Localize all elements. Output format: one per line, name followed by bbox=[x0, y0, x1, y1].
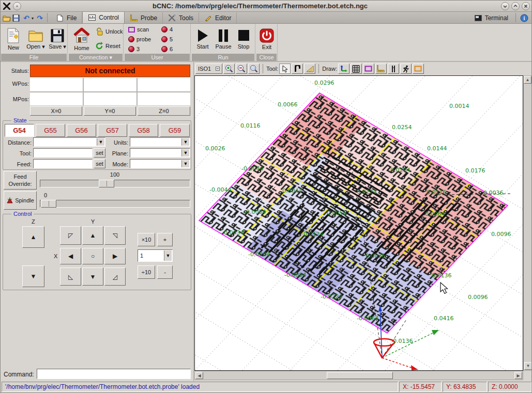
draw-grid-button[interactable] bbox=[351, 64, 362, 74]
stop-button[interactable]: Stop bbox=[235, 26, 252, 53]
user-3-button[interactable]: 3 bbox=[128, 46, 140, 52]
wcs-g58-button[interactable]: G58 bbox=[129, 124, 158, 137]
hscroll-left-arrow[interactable]: ◀ bbox=[195, 372, 203, 379]
minimize-button[interactable] bbox=[501, 2, 509, 10]
draw-axes-button[interactable] bbox=[338, 64, 349, 74]
tool-set-button[interactable]: set bbox=[94, 148, 105, 158]
gantry-tool-button[interactable] bbox=[292, 64, 303, 74]
exit-button[interactable]: Exit bbox=[257, 26, 276, 53]
canvas-hscrollbar[interactable]: ◀ ▶ bbox=[194, 371, 523, 380]
jog-center-button[interactable]: ○ bbox=[82, 248, 103, 264]
mode-combobox[interactable]: ▼ bbox=[130, 159, 190, 168]
maximize-button[interactable] bbox=[511, 2, 520, 10]
step-combobox[interactable]: 1 ▼ bbox=[138, 249, 173, 262]
jog-x-minus-button[interactable]: ◀ bbox=[60, 248, 81, 264]
feed-override-slider-thumb[interactable] bbox=[99, 180, 114, 187]
ruler-tool-button[interactable] bbox=[304, 64, 315, 74]
window-menu-button[interactable] bbox=[13, 2, 21, 10]
zero-z-button[interactable]: Z=0 bbox=[138, 106, 190, 116]
cnc-canvas[interactable]: 0.02960.00660.00140.01160.02540.00260.01… bbox=[194, 75, 523, 371]
hscroll-thumb[interactable] bbox=[327, 372, 393, 379]
plane-dropdown-icon[interactable]: ▼ bbox=[181, 149, 189, 156]
feed-input[interactable] bbox=[33, 159, 93, 168]
start-button[interactable]: Start bbox=[193, 26, 212, 53]
home-button[interactable]: Home bbox=[70, 26, 93, 53]
undo-dropdown-icon[interactable]: ▾ bbox=[31, 14, 35, 22]
tab-file[interactable]: File bbox=[51, 12, 82, 23]
step-dropdown-icon[interactable]: ▼ bbox=[164, 250, 172, 261]
user-probe-button[interactable]: probe bbox=[128, 36, 151, 42]
tab-control[interactable]: Control bbox=[82, 11, 125, 23]
draw-workarea-button[interactable] bbox=[388, 64, 399, 74]
reset-button[interactable]: Reset bbox=[95, 42, 120, 50]
new-button[interactable]: New bbox=[4, 26, 23, 53]
jog-xy-upright-button[interactable]: ◹ bbox=[104, 226, 126, 245]
hscroll-right-arrow[interactable]: ▶ bbox=[514, 372, 522, 379]
user-scan-button[interactable]: scan bbox=[128, 26, 149, 33]
wcs-g56-button[interactable]: G56 bbox=[67, 124, 96, 137]
distance-dropdown-icon[interactable]: ▼ bbox=[97, 138, 104, 146]
jog-y-up-button[interactable]: ▲ bbox=[82, 226, 103, 245]
unlock-button[interactable]: Unlock bbox=[95, 27, 123, 36]
draw-ruler-button[interactable] bbox=[375, 64, 387, 74]
vscroll-down-arrow[interactable]: ▼ bbox=[524, 362, 532, 370]
zero-y-button[interactable]: Y=0 bbox=[84, 106, 136, 116]
jog-x-plus-button[interactable]: ▶ bbox=[104, 248, 126, 264]
zoom-out-button[interactable] bbox=[236, 64, 247, 74]
user-4-button[interactable]: 4 bbox=[161, 26, 173, 33]
vscroll-up-arrow[interactable]: ▲ bbox=[524, 76, 531, 84]
wpos-z bbox=[138, 78, 190, 91]
jog-xy-downright-button[interactable]: ◿ bbox=[104, 268, 126, 286]
save-icon[interactable] bbox=[12, 14, 20, 22]
tool-input[interactable] bbox=[33, 148, 93, 158]
units-dropdown-icon[interactable]: ▼ bbox=[181, 138, 189, 146]
units-combobox[interactable]: ▼ bbox=[130, 137, 190, 147]
step-mul10-button[interactable]: ×10 bbox=[138, 233, 155, 246]
draw-rapid-button[interactable] bbox=[400, 64, 412, 74]
open-button[interactable]: Open ▾ bbox=[25, 26, 47, 53]
pointer-tool-button[interactable] bbox=[279, 64, 291, 74]
info-icon[interactable]: i bbox=[520, 14, 528, 22]
jog-xy-downleft-button[interactable]: ◺ bbox=[60, 268, 81, 286]
jog-y-down-button[interactable]: ▼ bbox=[82, 268, 103, 286]
distance-combobox[interactable]: ▼ bbox=[33, 137, 105, 147]
draw-camera-button[interactable] bbox=[413, 64, 424, 74]
wcs-g59-button[interactable]: G59 bbox=[160, 124, 190, 137]
zoom-fit-button[interactable] bbox=[248, 64, 260, 74]
spindle-button[interactable]: Spindle bbox=[4, 191, 37, 210]
wcs-g55-button[interactable]: G55 bbox=[36, 124, 65, 137]
zero-x-button[interactable]: X=0 bbox=[30, 106, 82, 116]
view-combobox[interactable]: ISO1 bbox=[195, 64, 222, 74]
zoom-in-button[interactable] bbox=[223, 64, 235, 74]
pause-button[interactable]: Pause bbox=[213, 26, 234, 53]
user-6-button[interactable]: 6 bbox=[161, 46, 173, 52]
command-input[interactable] bbox=[37, 369, 191, 379]
plane-combobox[interactable]: ▼ bbox=[130, 148, 190, 158]
open-icon[interactable] bbox=[3, 14, 11, 22]
jog-z-down-button[interactable]: ▼ bbox=[22, 265, 44, 287]
close-button[interactable] bbox=[522, 2, 530, 10]
wcs-g57-button[interactable]: G57 bbox=[98, 124, 127, 137]
step-div10-button[interactable]: ÷10 bbox=[138, 265, 155, 279]
step-plus-button[interactable]: + bbox=[157, 233, 173, 246]
user-5-button[interactable]: 5 bbox=[161, 36, 173, 42]
feed-override-slider[interactable] bbox=[40, 180, 190, 187]
draw-margin-button[interactable] bbox=[363, 64, 374, 74]
spindle-slider-thumb[interactable] bbox=[41, 200, 56, 208]
jog-xy-upleft-button[interactable]: ◸ bbox=[60, 226, 81, 245]
canvas-vscrollbar[interactable]: ▲ ▼ bbox=[523, 75, 532, 371]
step-minus-button[interactable]: - bbox=[157, 265, 173, 279]
tab-editor[interactable]: Editor bbox=[199, 12, 237, 23]
feed-override-button[interactable]: Feed Override: bbox=[4, 171, 37, 190]
tab-probe[interactable]: Probe bbox=[125, 12, 163, 23]
jog-z-up-button[interactable]: ▲ bbox=[22, 226, 44, 248]
save-button[interactable]: Save ▾ bbox=[48, 26, 67, 53]
tab-terminal[interactable]: Terminal bbox=[469, 12, 513, 23]
redo-icon[interactable]: ↷ bbox=[36, 14, 44, 22]
tab-tools[interactable]: Tools bbox=[163, 12, 199, 23]
feed-set-button[interactable]: set bbox=[94, 159, 105, 168]
spindle-slider[interactable] bbox=[40, 200, 190, 208]
undo-icon[interactable]: ↶ bbox=[22, 14, 31, 22]
mode-dropdown-icon[interactable]: ▼ bbox=[181, 160, 189, 167]
wcs-g54-button[interactable]: G54 bbox=[5, 124, 34, 137]
